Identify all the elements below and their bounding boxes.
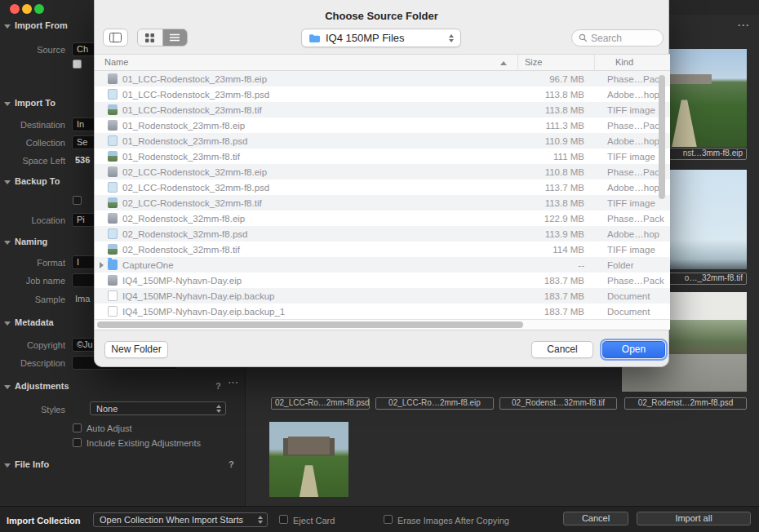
minimize-window-button[interactable] xyxy=(22,4,32,14)
view-mode-segmented-control xyxy=(137,29,188,47)
column-header-size[interactable]: Size xyxy=(525,55,542,70)
file-row[interactable]: 02_LCC-Rodenstock_32mm-f8.tif 113.8 MB T… xyxy=(95,195,670,211)
file-type-icon xyxy=(108,213,118,224)
folder-select-popup[interactable]: IQ4 150MP Files xyxy=(301,29,461,47)
space-left-value: 536 xyxy=(75,155,90,165)
section-import-from[interactable]: Import From xyxy=(4,20,68,30)
file-row[interactable]: 01_LCC-Rodenstock_23mm-f8.eip 96.7 MB Ph… xyxy=(95,71,670,86)
file-row[interactable]: 02_Rodenstock_32mm-f8.psd 113.9 MB Adobe… xyxy=(95,226,670,242)
search-icon xyxy=(579,33,588,42)
file-name: 02_Rodenstock_32mm-f8.tif xyxy=(122,245,499,255)
file-row[interactable]: IQ4_150MP-Nyhavn-Day.eip 183.7 MB Phase…… xyxy=(95,273,670,288)
auto-adjust-checkbox[interactable] xyxy=(73,423,82,432)
backup-checkbox[interactable] xyxy=(73,196,82,205)
choose-source-folder-dialog: Choose Source Folder IQ4 150MP Files xyxy=(94,0,669,367)
section-naming[interactable]: Naming xyxy=(4,237,47,246)
file-row[interactable]: 02_Rodenstock_32mm-f8.tif 114 MB TIFF im… xyxy=(95,242,670,257)
column-separator[interactable] xyxy=(594,55,595,71)
open-button[interactable]: Open xyxy=(602,341,665,358)
file-size: 113.9 MB xyxy=(499,229,584,239)
file-row[interactable]: IQ4_150MP-Nyhavn-Day.eip.backup_1 183.7 … xyxy=(95,304,670,319)
file-row[interactable]: 01_Rodenstock_23mm-f8.psd 110.9 MB Adobe… xyxy=(95,133,670,149)
castle-silhouette xyxy=(288,437,329,454)
close-window-button[interactable] xyxy=(10,4,20,14)
file-size: 113.7 MB xyxy=(499,183,584,193)
file-row[interactable]: 01_Rodenstock_23mm-f8.tif 111 MB TIFF im… xyxy=(95,149,670,164)
file-type-icon xyxy=(108,73,118,84)
list-view-button[interactable] xyxy=(162,29,188,46)
file-kind: Phase…Pack xyxy=(594,276,670,286)
cancel-button[interactable]: Cancel xyxy=(531,341,593,358)
file-row[interactable]: 01_LCC-Rodenstock_23mm-f8.tif 113.8 MB T… xyxy=(95,102,670,117)
search-field[interactable]: Search xyxy=(571,29,664,47)
file-name: 01_LCC-Rodenstock_23mm-f8.eip xyxy=(122,74,499,84)
file-size: 183.7 MB xyxy=(499,291,584,301)
import-collection-label: Import Collection xyxy=(7,516,80,525)
file-type-icon xyxy=(108,182,118,193)
file-row[interactable]: CaptureOne -- Folder xyxy=(95,257,670,273)
icon-view-button[interactable] xyxy=(138,29,162,46)
styles-select[interactable]: None xyxy=(90,401,226,415)
file-name: IQ4_150MP-Nyhavn-Day.eip.backup xyxy=(122,291,499,301)
chevron-down-icon xyxy=(4,180,11,184)
erase-images-label: Erase Images After Copying xyxy=(397,516,509,525)
column-separator[interactable] xyxy=(517,55,518,71)
section-metadata[interactable]: Metadata xyxy=(4,317,54,327)
file-name: 02_LCC-Rodenstock_32mm-f8.eip xyxy=(122,167,499,177)
erase-images-checkbox[interactable] xyxy=(384,515,393,524)
file-type-icon xyxy=(108,151,118,162)
new-folder-button[interactable]: New Folder xyxy=(104,341,168,358)
disclosure-triangle-icon[interactable] xyxy=(100,262,108,268)
column-header-kind[interactable]: Kind xyxy=(615,55,633,70)
file-row[interactable]: 02_LCC-Rodenstock_32mm-f8.eip 110.8 MB P… xyxy=(95,164,670,180)
collection-label: Collection xyxy=(0,138,65,148)
file-kind: TIFF image xyxy=(594,198,670,208)
thumbnail-image[interactable] xyxy=(269,422,348,497)
file-size: 113.8 MB xyxy=(499,105,584,115)
horizontal-scrollbar-thumb[interactable] xyxy=(97,321,523,328)
file-row[interactable]: 01_LCC-Rodenstock_23mm-f8.psd 113.8 MB A… xyxy=(95,86,670,102)
zoom-window-button[interactable] xyxy=(34,4,44,14)
section-import-to[interactable]: Import To xyxy=(4,98,55,108)
collection-action-select[interactable]: Open Collection When Import Starts xyxy=(93,512,268,527)
file-size: 96.7 MB xyxy=(499,74,584,84)
updown-chevrons-icon xyxy=(258,516,263,524)
section-backup-to[interactable]: Backup To xyxy=(4,176,60,186)
auto-adjust-label: Auto Adjust xyxy=(87,423,132,433)
cancel-import-button[interactable]: Cancel xyxy=(563,512,628,525)
file-row[interactable]: 01_Rodenstock_23mm-f8.eip 111.3 MB Phase… xyxy=(95,117,670,133)
more-options-icon[interactable]: ⋯ xyxy=(737,18,750,33)
toggle-sidebar-button[interactable] xyxy=(103,29,128,47)
file-size: 113.8 MB xyxy=(499,90,584,100)
format-label: Format xyxy=(0,258,65,268)
help-icon[interactable]: ? xyxy=(229,459,234,469)
file-row[interactable]: 02_Rodenstock_32mm-f8.eip 122.9 MB Phase… xyxy=(95,211,670,226)
dialog-title: Choose Source Folder xyxy=(95,10,668,22)
vertical-scrollbar[interactable] xyxy=(659,75,665,199)
section-file-info[interactable]: File Info xyxy=(4,459,49,469)
horizontal-scrollbar-track[interactable] xyxy=(95,319,670,330)
file-name: 02_Rodenstock_32mm-f8.psd xyxy=(122,229,499,239)
import-all-button[interactable]: Import all xyxy=(637,512,751,525)
section-adjustments[interactable]: Adjustments xyxy=(4,381,69,391)
file-kind: Adobe…hop xyxy=(594,229,670,239)
thumbnail-label: 02_LCC-Ro…2mm-f8.psd xyxy=(271,397,370,410)
include-existing-adjustments-checkbox[interactable] xyxy=(73,438,82,447)
file-name: 01_LCC-Rodenstock_23mm-f8.tif xyxy=(122,105,499,115)
file-row[interactable]: 02_LCC-Rodenstock_32mm-f8.psd 113.7 MB A… xyxy=(95,180,670,195)
job-name-label: Job name xyxy=(0,276,65,286)
sidebar-checkbox[interactable] xyxy=(73,60,82,69)
file-size: 113.8 MB xyxy=(499,198,584,208)
chevron-down-icon xyxy=(4,241,11,245)
file-row[interactable]: IQ4_150MP-Nyhavn-Day.eip.backup 183.7 MB… xyxy=(95,288,670,304)
garden-path xyxy=(672,100,697,147)
import-footer-bar: Import Collection Open Collection When I… xyxy=(0,506,759,532)
eject-card-checkbox[interactable] xyxy=(279,515,288,524)
sort-ascending-icon[interactable] xyxy=(500,61,507,65)
column-header-name[interactable]: Name xyxy=(104,55,128,70)
help-icon[interactable]: ? xyxy=(215,381,221,391)
sample-value: Ima xyxy=(75,294,90,304)
file-type-icon xyxy=(108,275,118,286)
list-view-icon xyxy=(170,33,180,42)
more-options-icon[interactable]: ⋯ xyxy=(228,376,239,388)
